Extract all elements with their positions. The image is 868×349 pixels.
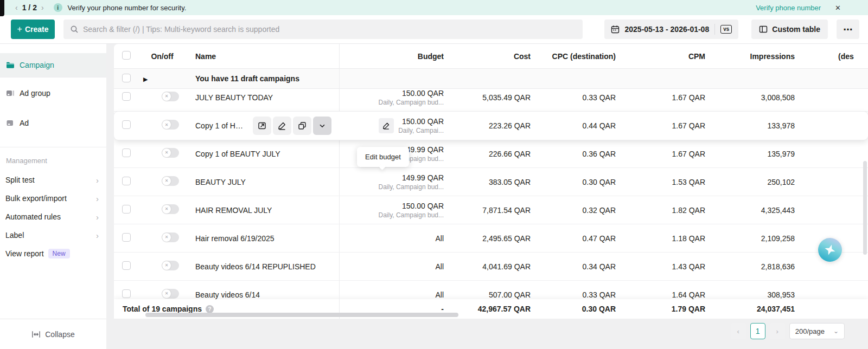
- compare-vs-button[interactable]: vs: [720, 25, 732, 34]
- row-checkbox[interactable]: [122, 92, 131, 101]
- expand-caret-icon[interactable]: ▶: [143, 76, 148, 82]
- onoff-toggle[interactable]: ✕: [162, 148, 179, 158]
- row-hover-actions: [253, 117, 331, 135]
- campaign-name[interactable]: Beauty videos 6/14 REPUPLISHED: [195, 262, 316, 271]
- create-button[interactable]: + Create: [11, 20, 55, 39]
- assistant-button[interactable]: [818, 238, 842, 262]
- sidebar-item-split-test[interactable]: Split test ›: [0, 171, 106, 189]
- collapse-sidebar-button[interactable]: Collapse: [0, 319, 106, 349]
- copy-icon: [298, 121, 307, 130]
- cpm-value: 1.64 QAR: [622, 290, 712, 299]
- onoff-toggle[interactable]: ✕: [162, 92, 179, 101]
- toggle-off-icon: ✕: [162, 205, 171, 214]
- row-checkbox[interactable]: [122, 233, 131, 242]
- sidebar-item-ad-group[interactable]: Ad group: [0, 81, 106, 105]
- sidebar: Campaign Ad group Ad Management Split te…: [0, 44, 106, 349]
- header-cpc: CPC (destination): [537, 52, 622, 61]
- more-actions-button[interactable]: [313, 117, 331, 135]
- verify-phone-link[interactable]: Verify phone number: [756, 4, 821, 12]
- banner-next-icon[interactable]: ›: [41, 3, 44, 12]
- header-name: Name: [184, 52, 339, 61]
- pagination: ‹ 1 › 200/page ⌄: [731, 323, 845, 339]
- sidebar-item-label[interactable]: Label ›: [0, 226, 106, 244]
- cost-value: 4,041.69 QAR: [450, 262, 537, 271]
- row-checkbox[interactable]: [122, 120, 131, 129]
- campaign-name[interactable]: Hair removal 6/19/2025: [195, 234, 275, 243]
- columns-icon: [759, 25, 768, 34]
- onoff-toggle[interactable]: ✕: [162, 176, 179, 186]
- chevron-right-icon: ›: [96, 194, 99, 203]
- banner-message: Verify your phone number for security.: [68, 4, 187, 12]
- onoff-toggle[interactable]: ✕: [162, 289, 179, 299]
- close-icon[interactable]: ✕: [835, 4, 841, 12]
- row-checkbox[interactable]: [122, 205, 131, 214]
- impressions-value: 3,008,508: [712, 93, 801, 102]
- horizontal-scrollbar[interactable]: [145, 313, 458, 317]
- notification-banner: ‹ 1 / 2 › i Verify your phone number for…: [0, 0, 868, 15]
- sidebar-item-ad[interactable]: Ad: [0, 111, 106, 135]
- edit-campaign-button[interactable]: [273, 117, 291, 135]
- campaign-name[interactable]: Beauty videos 6/14: [195, 290, 260, 299]
- onoff-toggle[interactable]: ✕: [162, 120, 179, 130]
- budget-value: 149.99 QAR: [402, 173, 444, 182]
- table-row: ✕ BEAUTY JULY: [114, 168, 868, 196]
- custom-table-button[interactable]: Custom table: [751, 20, 828, 39]
- campaign-name[interactable]: Copy 1 of BEAUTY JULY: [195, 150, 280, 158]
- campaign-name[interactable]: BEAUTY JULY: [195, 178, 246, 186]
- campaign-name[interactable]: Copy 1 of HAI...: [195, 121, 247, 130]
- sidebar-item-automated-rules[interactable]: Automated rules ›: [0, 208, 106, 226]
- sidebar-item-view-report[interactable]: View report New: [0, 244, 106, 263]
- onoff-toggle[interactable]: ✕: [162, 232, 179, 242]
- table-row: ✕ Copy 1 of HAI...: [114, 112, 868, 140]
- cpm-value: 1.67 QAR: [622, 150, 712, 158]
- budget-schedule: Daily, Campaign bud...: [378, 211, 444, 219]
- date-range-value[interactable]: 2025-05-13 - 2026-01-08: [625, 25, 710, 34]
- budget-value: 150.00 QAR: [402, 117, 444, 126]
- new-badge: New: [48, 249, 70, 258]
- edge-handle: [0, 0, 4, 16]
- vertical-scrollbar[interactable]: [863, 161, 867, 255]
- more-options-button[interactable]: ⋯: [837, 20, 859, 39]
- row-checkbox[interactable]: [122, 74, 131, 82]
- prev-page-button[interactable]: ‹: [731, 323, 746, 339]
- onoff-toggle[interactable]: ✕: [162, 261, 179, 270]
- open-campaign-button[interactable]: [253, 117, 271, 135]
- row-checkbox[interactable]: [122, 289, 131, 298]
- page-size-select[interactable]: 200/page ⌄: [789, 323, 845, 339]
- impressions-value: 135,979: [712, 150, 801, 158]
- table-row: ✕ Copy 1 of BEAUTY JULY: [114, 140, 868, 168]
- current-page-button[interactable]: 1: [750, 323, 765, 339]
- cpc-value: 0.34 QAR: [537, 262, 622, 271]
- budget-value: 150.00 QAR: [402, 89, 444, 98]
- next-page-button[interactable]: ›: [770, 323, 785, 339]
- onoff-toggle[interactable]: ✕: [162, 204, 179, 214]
- impressions-value: 2,818,636: [712, 262, 801, 271]
- row-checkbox[interactable]: [122, 148, 131, 157]
- banner-prev-icon[interactable]: ‹: [15, 3, 18, 12]
- cpc-value: 0.33 QAR: [537, 290, 622, 299]
- header-cpm: CPM: [622, 52, 712, 61]
- help-icon[interactable]: ?: [206, 305, 214, 313]
- ad-icon: [5, 119, 15, 127]
- edit-budget-button[interactable]: [379, 118, 394, 133]
- copy-campaign-button[interactable]: [293, 117, 311, 135]
- draft-notice[interactable]: You have 11 draft campaigns: [184, 74, 339, 83]
- ad-group-icon: [5, 89, 15, 97]
- select-all-checkbox[interactable]: [122, 51, 131, 60]
- cost-value: 2,495.65 QAR: [450, 234, 537, 243]
- row-checkbox[interactable]: [122, 261, 131, 270]
- campaign-name[interactable]: JULY BEAUTY TODAY: [195, 93, 273, 102]
- impressions-value: 308,953: [712, 290, 801, 299]
- sidebar-item-bulk-export-import[interactable]: Bulk export/import ›: [0, 189, 106, 208]
- cost-value: 7,871.54 QAR: [450, 206, 537, 215]
- sidebar-item-campaign[interactable]: Campaign: [0, 53, 106, 77]
- page-size-value: 200/page: [795, 327, 825, 335]
- calendar-icon: [611, 25, 620, 34]
- campaign-name[interactable]: HAIR REMOVAL JULY: [195, 206, 272, 215]
- management-section-label: Management: [0, 157, 106, 165]
- search-input[interactable]: [83, 25, 576, 34]
- row-checkbox[interactable]: [122, 177, 131, 185]
- chevron-right-icon: ›: [96, 176, 99, 185]
- cpm-value: 1.67 QAR: [622, 121, 712, 130]
- chevron-down-icon: [318, 121, 327, 130]
